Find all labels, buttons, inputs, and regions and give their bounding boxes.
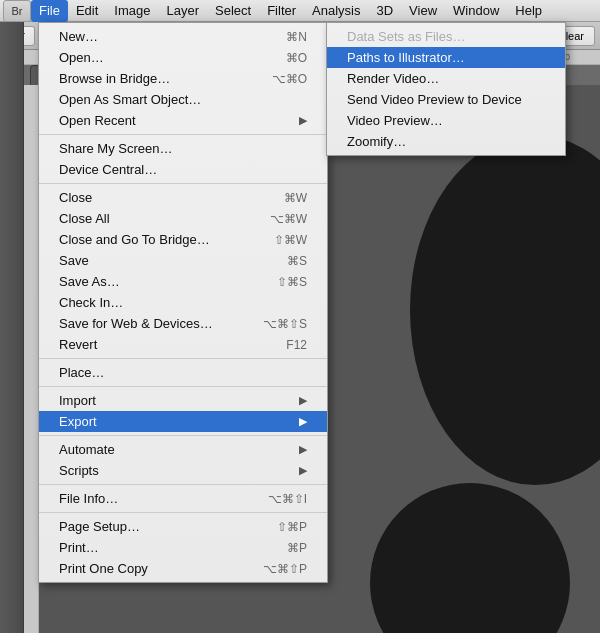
menu-image[interactable]: Image <box>106 0 158 22</box>
menu-item-close-all-label: Close All <box>59 211 110 226</box>
menu-window[interactable]: Window <box>445 0 507 22</box>
menu-3d[interactable]: 3D <box>368 0 401 22</box>
menu-layer[interactable]: Layer <box>159 0 208 22</box>
menu-item-new-label: New… <box>59 29 98 44</box>
separator-5 <box>39 435 327 436</box>
export-arrow: ▶ <box>299 415 307 428</box>
submenu-item-render-video-label: Render Video… <box>347 71 439 86</box>
menu-item-scripts-label: Scripts <box>59 463 99 478</box>
open-recent-arrow: ▶ <box>299 114 307 127</box>
menu-item-close-bridge-shortcut: ⇧⌘W <box>274 233 307 247</box>
menu-item-new[interactable]: New… ⌘N <box>39 26 327 47</box>
submenu-item-render-video[interactable]: Render Video… <box>327 68 565 89</box>
menu-item-save-label: Save <box>59 253 89 268</box>
menu-item-close-all-shortcut: ⌥⌘W <box>270 212 307 226</box>
scripts-arrow: ▶ <box>299 464 307 477</box>
menu-item-file-info-shortcut: ⌥⌘⇧I <box>268 492 307 506</box>
menu-item-print-one-label: Print One Copy <box>59 561 148 576</box>
export-submenu: Data Sets as Files… Paths to Illustrator… <box>326 22 566 156</box>
submenu-item-zoomify-label: Zoomify… <box>347 134 406 149</box>
menu-item-bridge-label: Browse in Bridge… <box>59 71 170 86</box>
menu-item-open[interactable]: Open… ⌘O <box>39 47 327 68</box>
menu-item-page-setup-label: Page Setup… <box>59 519 140 534</box>
menu-item-revert[interactable]: Revert F12 <box>39 334 327 355</box>
menu-item-smart-object-label: Open As Smart Object… <box>59 92 201 107</box>
file-menu: New… ⌘N Open… ⌘O Browse in Bridge… ⌥⌘O O… <box>38 22 328 583</box>
menu-item-close-shortcut: ⌘W <box>284 191 307 205</box>
menu-item-export-label: Export <box>59 414 97 429</box>
menu-item-open-recent-label: Open Recent <box>59 113 136 128</box>
separator-4 <box>39 386 327 387</box>
separator-2 <box>39 183 327 184</box>
menu-item-open-shortcut: ⌘O <box>286 51 307 65</box>
menu-item-file-info-label: File Info… <box>59 491 118 506</box>
menu-item-page-setup-shortcut: ⇧⌘P <box>277 520 307 534</box>
submenu-item-zoomify[interactable]: Zoomify… <box>327 131 565 152</box>
left-ruler <box>24 85 39 633</box>
menu-item-open-label: Open… <box>59 50 104 65</box>
menu-item-revert-label: Revert <box>59 337 97 352</box>
menu-item-print-label: Print… <box>59 540 99 555</box>
menu-item-place[interactable]: Place… <box>39 362 327 383</box>
menu-item-place-label: Place… <box>59 365 105 380</box>
separator-6 <box>39 484 327 485</box>
bg-circle-right <box>410 135 600 485</box>
submenu-item-video-preview[interactable]: Video Preview… <box>327 110 565 131</box>
menu-item-save-web[interactable]: Save for Web & Devices… ⌥⌘⇧S <box>39 313 327 334</box>
submenu-item-paths-illustrator-label: Paths to Illustrator… <box>347 50 465 65</box>
menu-item-scripts[interactable]: Scripts ▶ <box>39 460 327 481</box>
menu-item-bridge-shortcut: ⌥⌘O <box>272 72 307 86</box>
submenu-item-paths-illustrator[interactable]: Paths to Illustrator… <box>327 47 565 68</box>
menu-item-close-label: Close <box>59 190 92 205</box>
menu-item-close-bridge[interactable]: Close and Go To Bridge… ⇧⌘W <box>39 229 327 250</box>
menu-view[interactable]: View <box>401 0 445 22</box>
submenu-item-video-preview-label: Video Preview… <box>347 113 443 128</box>
left-toolbar <box>0 22 24 633</box>
menu-bar: Br File Edit Image Layer Select Filter A… <box>0 0 600 22</box>
menu-item-check-in[interactable]: Check In… <box>39 292 327 313</box>
menu-select[interactable]: Select <box>207 0 259 22</box>
menu-item-save-shortcut: ⌘S <box>287 254 307 268</box>
menu-analysis[interactable]: Analysis <box>304 0 368 22</box>
menu-item-share-screen[interactable]: Share My Screen… <box>39 138 327 159</box>
menu-item-bridge[interactable]: Browse in Bridge… ⌥⌘O <box>39 68 327 89</box>
menu-item-close[interactable]: Close ⌘W <box>39 187 327 208</box>
menu-help[interactable]: Help <box>507 0 550 22</box>
menu-item-save-as-shortcut: ⇧⌘S <box>277 275 307 289</box>
menu-item-device-central[interactable]: Device Central… <box>39 159 327 180</box>
menu-item-open-recent[interactable]: Open Recent ▶ <box>39 110 327 131</box>
menu-item-page-setup[interactable]: Page Setup… ⇧⌘P <box>39 516 327 537</box>
menu-item-new-shortcut: ⌘N <box>286 30 307 44</box>
submenu-item-send-video-label: Send Video Preview to Device <box>347 92 522 107</box>
menu-item-save-as[interactable]: Save As… ⇧⌘S <box>39 271 327 292</box>
menu-file[interactable]: File <box>31 0 68 22</box>
menu-edit[interactable]: Edit <box>68 0 106 22</box>
menu-item-close-all[interactable]: Close All ⌥⌘W <box>39 208 327 229</box>
submenu-item-send-video[interactable]: Send Video Preview to Device <box>327 89 565 110</box>
menu-item-share-screen-label: Share My Screen… <box>59 141 172 156</box>
menu-item-save[interactable]: Save ⌘S <box>39 250 327 271</box>
bg-circle-bottom <box>370 483 570 633</box>
menu-item-import-label: Import <box>59 393 96 408</box>
automate-arrow: ▶ <box>299 443 307 456</box>
menu-item-file-info[interactable]: File Info… ⌥⌘⇧I <box>39 488 327 509</box>
menu-item-print-one[interactable]: Print One Copy ⌥⌘⇧P <box>39 558 327 579</box>
menu-item-export[interactable]: Export ▶ <box>39 411 327 432</box>
menu-item-save-web-label: Save for Web & Devices… <box>59 316 213 331</box>
menu-item-smart-object[interactable]: Open As Smart Object… <box>39 89 327 110</box>
menu-item-automate[interactable]: Automate ▶ <box>39 439 327 460</box>
menu-item-print-one-shortcut: ⌥⌘⇧P <box>263 562 307 576</box>
menu-item-print[interactable]: Print… ⌘P <box>39 537 327 558</box>
menu-filter[interactable]: Filter <box>259 0 304 22</box>
separator-7 <box>39 512 327 513</box>
menu-item-revert-shortcut: F12 <box>286 338 307 352</box>
menu-item-device-central-label: Device Central… <box>59 162 157 177</box>
menu-item-save-as-label: Save As… <box>59 274 120 289</box>
menu-item-print-shortcut: ⌘P <box>287 541 307 555</box>
bridge-button[interactable]: Br <box>3 0 31 22</box>
separator-3 <box>39 358 327 359</box>
menu-item-check-in-label: Check In… <box>59 295 123 310</box>
menu-item-import[interactable]: Import ▶ <box>39 390 327 411</box>
submenu-item-data-sets[interactable]: Data Sets as Files… <box>327 26 565 47</box>
menu-item-automate-label: Automate <box>59 442 115 457</box>
